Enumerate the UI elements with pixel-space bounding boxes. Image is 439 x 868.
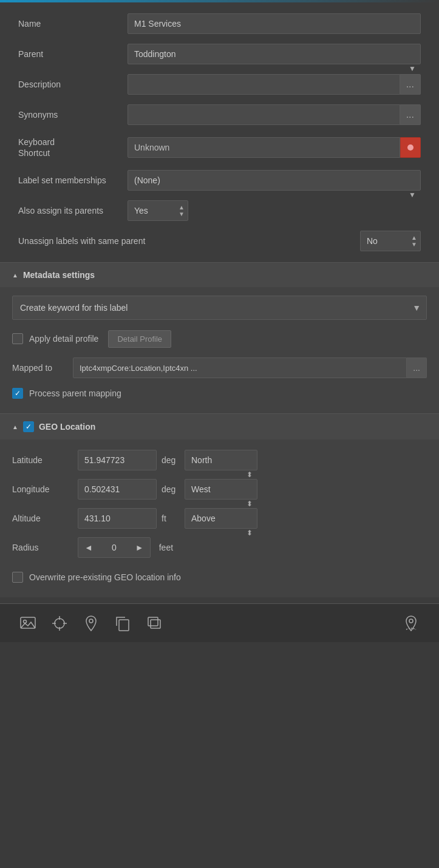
label-set-select[interactable]: (None) Set 1 Set 2 xyxy=(128,170,421,191)
parent-select-wrapper: Toddington (None) Other ▼ xyxy=(128,44,421,64)
name-label: Name xyxy=(18,19,128,29)
parent-row: Parent Toddington (None) Other ▼ xyxy=(18,39,421,69)
copy-tool-button[interactable] xyxy=(107,610,138,637)
also-assign-select[interactable]: Yes No xyxy=(128,200,188,221)
description-dots-button[interactable]: ... xyxy=(400,74,421,95)
geo-collapse-icon: ▲ xyxy=(12,424,18,430)
mapped-to-value: Iptc4xmpCore:Location,Iptc4xn ... xyxy=(73,358,407,378)
geo-title: GEO Location xyxy=(39,422,95,432)
checkmark-icon: ✓ xyxy=(15,389,21,398)
description-field-wrapper: ... xyxy=(128,74,421,95)
name-input[interactable] xyxy=(128,13,421,34)
detail-profile-button[interactable]: Detail Profile xyxy=(108,330,171,348)
latitude-row: Latitude deg North South ⬍ xyxy=(12,446,427,475)
radius-row: Radius ◄ 0 ► feet xyxy=(12,533,427,562)
longitude-unit: deg xyxy=(162,484,180,494)
geo-enabled-checkbox[interactable]: ✓ xyxy=(23,421,34,432)
svg-rect-10 xyxy=(151,620,160,628)
label-set-wrapper: (None) Set 1 Set 2 ▼ xyxy=(128,170,421,191)
svg-point-11 xyxy=(409,619,413,623)
overwrite-label: Overwrite pre-existing GEO location info xyxy=(29,572,181,582)
layers-tool-button[interactable] xyxy=(138,610,170,637)
latitude-input[interactable] xyxy=(78,450,157,470)
svg-rect-0 xyxy=(21,617,35,628)
image-tool-button[interactable] xyxy=(12,610,44,637)
geo-pin-tool-button[interactable] xyxy=(395,610,427,637)
description-input[interactable] xyxy=(128,74,400,95)
altitude-label: Altitude xyxy=(12,514,73,523)
mapped-to-row: Mapped to Iptc4xmpCore:Location,Iptc4xn … xyxy=(12,353,427,383)
keyword-dropdown-row: Create keyword for this label Do not cre… xyxy=(12,293,427,325)
keyboard-value-display: Unknown xyxy=(128,137,400,158)
svg-rect-8 xyxy=(119,620,129,631)
mapped-to-label: Mapped to xyxy=(12,363,67,373)
apply-detail-checkbox-row: Apply detail profile xyxy=(12,328,98,349)
longitude-input[interactable] xyxy=(78,479,157,500)
also-assign-row: Also assign its parents Yes No ▲▼ xyxy=(18,195,421,226)
keyboard-field-wrapper: Unknown xyxy=(128,137,421,158)
name-row: Name xyxy=(18,8,421,39)
apply-detail-checkbox[interactable] xyxy=(12,333,23,344)
synonyms-row: Synonyms ... xyxy=(18,100,421,130)
unassign-row: Unassign labels with same parent No Yes … xyxy=(18,226,421,256)
description-row: Description ... xyxy=(18,69,421,100)
radius-value: 0 xyxy=(99,543,129,552)
synonyms-label: Synonyms xyxy=(18,110,128,120)
keyword-dropdown-wrapper: Create keyword for this label Do not cre… xyxy=(12,296,427,320)
synonyms-input[interactable] xyxy=(128,104,400,125)
metadata-header[interactable]: ▲ Metadata settings xyxy=(0,263,439,287)
unassign-wrapper: No Yes ▲▼ xyxy=(360,231,421,251)
layers-icon xyxy=(146,615,163,632)
longitude-label: Longitude xyxy=(12,484,73,494)
geo-body: Latitude deg North South ⬍ Longitude deg xyxy=(0,439,439,597)
altitude-direction-select[interactable]: Above Below xyxy=(185,508,257,529)
svg-point-2 xyxy=(55,619,64,628)
crosshair-icon xyxy=(51,615,68,632)
keyword-select[interactable]: Create keyword for this label Do not cre… xyxy=(12,296,427,320)
metadata-title: Metadata settings xyxy=(23,270,95,280)
synonyms-field-wrapper: ... xyxy=(128,104,421,125)
altitude-unit: ft xyxy=(162,514,180,523)
crosshair-tool-button[interactable] xyxy=(44,610,75,637)
latitude-direction-select[interactable]: North South xyxy=(185,450,257,470)
keyboard-shortcut-row: Keyboard Shortcut Unknown xyxy=(18,130,421,165)
parent-select[interactable]: Toddington (None) Other xyxy=(128,44,421,64)
radius-decrease-button[interactable]: ◄ xyxy=(78,538,99,557)
overwrite-checkbox[interactable] xyxy=(12,572,23,583)
also-assign-wrapper: Yes No ▲▼ xyxy=(128,200,188,221)
geo-section: ▲ ✓ GEO Location Latitude deg North Sout… xyxy=(0,413,439,597)
description-label: Description xyxy=(18,80,128,89)
geo-checkmark-icon: ✓ xyxy=(26,422,32,431)
geo-header[interactable]: ▲ ✓ GEO Location xyxy=(0,414,439,439)
metadata-body: Create keyword for this label Do not cre… xyxy=(0,287,439,413)
keyboard-shortcut-label: Keyboard Shortcut xyxy=(18,137,128,158)
keyboard-record-button[interactable] xyxy=(400,137,421,158)
process-parent-checkbox[interactable]: ✓ xyxy=(12,388,23,399)
radius-stepper: ◄ 0 ► xyxy=(78,537,151,558)
record-dot-icon xyxy=(407,144,413,151)
also-assign-label: Also assign its parents xyxy=(18,206,128,215)
form-section: Name Parent Toddington (None) Other ▼ De… xyxy=(0,2,439,262)
synonyms-dots-button[interactable]: ... xyxy=(400,104,421,125)
altitude-input[interactable] xyxy=(78,508,157,529)
label-set-row: Label set memberships (None) Set 1 Set 2… xyxy=(18,165,421,195)
radius-increase-button[interactable]: ► xyxy=(129,538,150,557)
longitude-direction-select[interactable]: West East xyxy=(185,479,257,500)
mapped-dots-button[interactable]: ... xyxy=(407,358,427,378)
geo-pin-icon xyxy=(403,615,420,632)
radius-label: Radius xyxy=(12,543,73,552)
unassign-select[interactable]: No Yes xyxy=(360,231,421,251)
svg-point-7 xyxy=(89,619,93,623)
metadata-section: ▲ Metadata settings Create keyword for t… xyxy=(0,262,439,413)
process-parent-label: Process parent mapping xyxy=(29,388,121,398)
pin-tool-button[interactable] xyxy=(75,610,107,637)
longitude-direction-wrapper: West East ⬍ xyxy=(185,479,257,500)
detail-profile-row: Apply detail profile Detail Profile xyxy=(12,325,427,353)
overwrite-row: Overwrite pre-existing GEO location info xyxy=(12,567,427,588)
main-container: Name Parent Toddington (None) Other ▼ De… xyxy=(0,0,439,642)
apply-detail-label: Apply detail profile xyxy=(29,334,98,344)
mapped-value-wrapper: Iptc4xmpCore:Location,Iptc4xn ... ... xyxy=(73,358,427,378)
svg-rect-9 xyxy=(148,617,158,626)
pin-icon xyxy=(83,615,100,632)
image-icon xyxy=(19,615,36,632)
